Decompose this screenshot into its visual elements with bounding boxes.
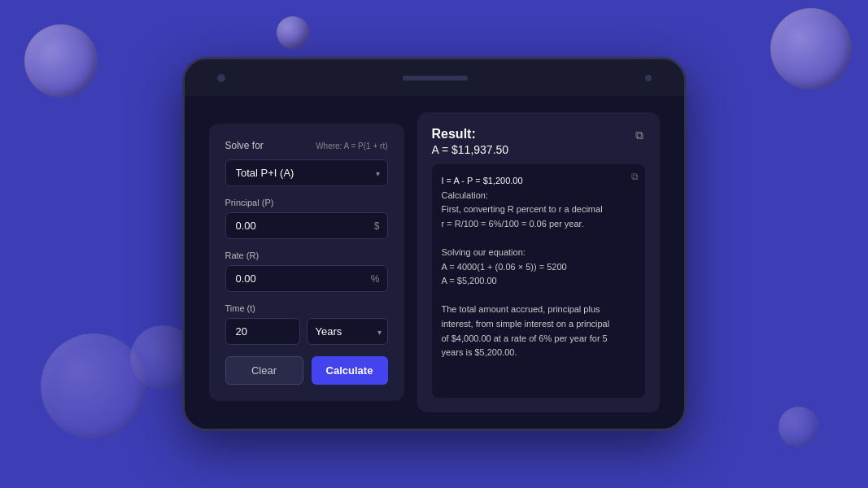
time-row: Years Months Days ▾: [225, 318, 388, 345]
calculate-button[interactable]: Calculate: [312, 356, 388, 385]
time-unit-select-wrapper[interactable]: Years Months Days ▾: [307, 318, 388, 345]
speaker-bar: [403, 76, 468, 81]
solve-for-select[interactable]: Total P+I (A) Principal (P) Rate (R) Tim…: [225, 159, 388, 186]
result-detail-box: ⧉ I = A - P = $1,200.00 Calculation: Fir…: [432, 164, 645, 398]
bg-bubble-1: [24, 24, 98, 98]
camera-icon: [217, 74, 225, 82]
detail-equation-1: A = 4000(1 + (0.06 × 5)) = 5200: [442, 262, 567, 272]
detail-interest-line: I = A - P = $1,200.00: [442, 176, 523, 185]
result-header: Result: A = $11,937.50 ⧉: [432, 127, 645, 156]
principal-input[interactable]: [225, 212, 388, 239]
rate-label: Rate (R): [225, 251, 388, 260]
detail-summary-2: interest, from simple interest on a prin…: [442, 319, 610, 329]
detail-summary-4: years is $5,200.00.: [442, 347, 517, 357]
rate-input[interactable]: [225, 265, 388, 292]
time-input[interactable]: [225, 318, 300, 345]
detail-summary-3: of $4,000.00 at a rate of 6% per year fo…: [442, 333, 608, 343]
detail-solve-label: Solving our equation:: [442, 247, 526, 257]
detail-calc-label: Calculation:: [442, 190, 488, 200]
bg-bubble-2: [277, 16, 309, 49]
result-copy-icon[interactable]: ⧉: [634, 127, 645, 144]
detail-copy-icon[interactable]: ⧉: [631, 171, 639, 182]
time-unit-select[interactable]: Years Months Days: [307, 318, 388, 345]
detail-summary-1: The total amount accrued, principal plus: [442, 304, 600, 314]
bg-bubble-3: [770, 8, 852, 89]
tablet-frame: Solve for Where: A = P(1 + rt) Total P+I…: [182, 57, 687, 431]
detail-convert-2: r = R/100 = 6%/100 = 0.06 per year.: [442, 219, 584, 229]
time-label: Time (t): [225, 303, 388, 313]
solve-for-label: Solve for: [225, 140, 264, 151]
result-detail-text: I = A - P = $1,200.00 Calculation: First…: [442, 174, 635, 360]
principal-input-wrapper: $: [225, 212, 388, 239]
rate-suffix-icon: %: [371, 273, 380, 285]
tablet-content: Solve for Where: A = P(1 + rt) Total P+I…: [185, 96, 684, 429]
principal-suffix-icon: $: [374, 220, 380, 232]
time-input-wrapper: [225, 318, 300, 345]
result-title-block: Result: A = $11,937.50: [432, 127, 509, 156]
formula-text: Where: A = P(1 + rt): [316, 142, 387, 150]
button-row: Clear Calculate: [225, 356, 388, 385]
result-title: Result:: [432, 127, 509, 142]
solve-for-select-wrapper[interactable]: Total P+I (A) Principal (P) Rate (R) Tim…: [225, 159, 388, 186]
detail-convert-1: First, converting R percent to r a decim…: [442, 204, 603, 214]
mic-icon: [645, 75, 652, 81]
bg-bubble-6: [779, 407, 819, 447]
solve-for-header: Solve for Where: A = P(1 + rt): [225, 140, 388, 151]
clear-button[interactable]: Clear: [225, 356, 303, 385]
detail-equation-2: A = $5,200.00: [442, 276, 497, 285]
calculator-panel: Solve for Where: A = P(1 + rt) Total P+I…: [209, 124, 404, 401]
result-panel: Result: A = $11,937.50 ⧉ ⧉ I = A - P = $…: [417, 112, 660, 412]
rate-input-wrapper: %: [225, 265, 388, 292]
principal-label: Principal (P): [225, 198, 388, 207]
result-main-value: A = $11,937.50: [432, 143, 509, 156]
tablet-top-bar: [185, 59, 684, 96]
